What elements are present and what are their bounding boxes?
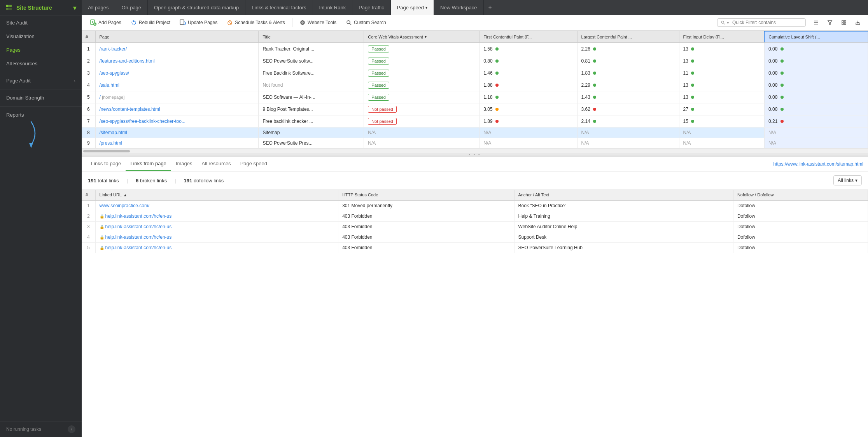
update-pages-button[interactable]: Update Pages <box>176 17 221 28</box>
sidebar-item-visualization[interactable]: Visualization <box>0 30 82 43</box>
link-row-url[interactable]: 🔒help.link-assistant.com/hc/en-us <box>95 243 338 253</box>
links-col-status[interactable]: HTTP Status Code <box>338 190 514 200</box>
row-page[interactable]: /sitemap.html <box>95 128 259 138</box>
link-row-follow: Dofollow <box>733 200 868 211</box>
row-page[interactable]: /seo-spyglass/free-backlink-checker-too.… <box>95 115 259 128</box>
page-link[interactable]: /features-and-editions.html <box>100 58 155 64</box>
link-row-url[interactable]: 🔒help.link-assistant.com/hc/en-us <box>95 222 338 232</box>
link-row-url[interactable]: www.seoinpractice.com/ <box>95 200 338 211</box>
tab-add-button[interactable]: + <box>484 0 497 15</box>
link-row-follow: Dofollow <box>733 211 868 222</box>
add-pages-button[interactable]: Add Pages <box>86 17 125 28</box>
link-row-status: 301 Moved permanently <box>338 200 514 211</box>
tab-page-speed[interactable]: Page speed ▾ <box>391 0 434 15</box>
panel-url-link[interactable]: https://www.link-assistant.com/sitemap.h… <box>774 161 863 167</box>
link-row-url[interactable]: 🔒help.link-assistant.com/hc/en-us <box>95 232 338 243</box>
col-header-lcp[interactable]: Largest Contentful Paint ... <box>577 31 679 43</box>
page-link[interactable]: /news/content-templates.html <box>100 107 160 112</box>
page-link[interactable]: /rank-tracker/ <box>100 46 127 52</box>
grid-view-button[interactable] <box>838 17 849 28</box>
svg-rect-30 <box>842 21 844 22</box>
col-header-title[interactable]: Title <box>259 31 364 43</box>
page-link[interactable]: /sitemap.html <box>100 130 127 135</box>
sidebar-logo: Site Structure ▾ <box>0 0 82 16</box>
filter-icon <box>827 20 833 25</box>
svg-rect-31 <box>844 21 846 22</box>
rebuild-project-button[interactable]: Rebuild Project <box>127 17 174 28</box>
sidebar-dropdown-icon[interactable]: ▾ <box>73 4 76 12</box>
row-num: 5 <box>82 91 95 103</box>
tab-all-pages[interactable]: All pages <box>82 0 115 15</box>
row-cls: 0.00 <box>764 43 868 55</box>
tab-links-technical[interactable]: Links & technical factors <box>245 0 313 15</box>
all-links-dropdown[interactable]: All links ▾ <box>833 175 862 185</box>
tab-open-graph[interactable]: Open graph & structured data markup <box>148 0 245 15</box>
sidebar-item-all-resources[interactable]: All Resources <box>0 57 82 70</box>
website-tools-button[interactable]: Website Tools <box>296 17 340 28</box>
panel-tab-images[interactable]: Images <box>171 157 197 171</box>
tab-on-page[interactable]: On-page <box>115 0 148 15</box>
links-col-url[interactable]: Linked URL ▲ <box>95 190 338 200</box>
sidebar-item-site-audit[interactable]: Site Audit <box>0 16 82 30</box>
svg-marker-4 <box>29 143 33 148</box>
sidebar-item-domain-strength[interactable]: Domain Strength <box>0 91 82 105</box>
row-page[interactable]: / [homepage] <box>95 91 259 103</box>
col-header-fcp[interactable]: First Contentful Paint (F... <box>480 31 577 43</box>
row-page[interactable]: /press.html <box>95 138 259 149</box>
sidebar-item-pages[interactable]: Pages <box>0 43 82 57</box>
dofollow-links-stat: 191 dofollow links <box>184 178 224 184</box>
dropdown-arrow-icon: ▾ <box>855 178 858 183</box>
panel-tab-links-from-page[interactable]: Links from page <box>126 157 171 171</box>
row-page[interactable]: /news/content-templates.html <box>95 103 259 115</box>
filter-button[interactable] <box>824 17 835 28</box>
row-page[interactable]: /features-and-editions.html <box>95 55 259 67</box>
panel-tab-page-speed[interactable]: Page speed <box>236 157 272 171</box>
tab-page-traffic[interactable]: Page traffic <box>352 0 391 15</box>
export-button[interactable] <box>852 17 863 28</box>
row-page[interactable]: /sale.html <box>95 79 259 91</box>
row-fid: 27 <box>679 103 764 115</box>
website-tools-icon <box>299 19 306 26</box>
col-header-page[interactable]: Page <box>95 31 259 43</box>
links-col-follow[interactable]: Nofollow / Dofollow <box>733 190 868 200</box>
pages-table: # Page Title Core Web Vitals Assessment … <box>82 31 868 149</box>
tab-inlink-rank[interactable]: InLink Rank <box>313 0 353 15</box>
panel-tab-links-to-page[interactable]: Links to page <box>86 157 126 171</box>
row-lcp: 2.26 <box>577 43 679 55</box>
panel-tab-all-resources[interactable]: All resources <box>197 157 235 171</box>
tabs-bar: All pages On-page Open graph & structure… <box>82 0 868 15</box>
search-input[interactable] <box>732 20 802 25</box>
sidebar-collapse-button[interactable]: ‹ <box>68 425 75 433</box>
schedule-tasks-button[interactable]: Schedule Tasks & Alerts <box>223 17 289 28</box>
list-view-button[interactable] <box>810 17 821 28</box>
custom-search-button[interactable]: Custom Search <box>342 17 390 28</box>
svg-rect-3 <box>9 8 12 10</box>
sidebar: Site Structure ▾ Site Audit Visualizatio… <box>0 0 82 437</box>
page-link[interactable]: /sale.html <box>100 82 119 88</box>
scroll-thumb[interactable] <box>83 150 130 152</box>
url-sort-icon: ▲ <box>123 193 127 197</box>
col-header-assessment[interactable]: Core Web Vitals Assessment ▾ <box>364 31 480 43</box>
row-fid: 15 <box>679 115 764 128</box>
row-title: Sitemap <box>259 128 364 138</box>
row-page[interactable]: /rank-tracker/ <box>95 43 259 55</box>
link-row-url[interactable]: 🔒help.link-assistant.com/hc/en-us <box>95 211 338 222</box>
link-row-follow: Dofollow <box>733 243 868 253</box>
col-header-fid[interactable]: First Input Delay (Fi... <box>679 31 764 43</box>
page-link[interactable]: /press.html <box>100 140 122 146</box>
page-link[interactable]: /seo-spyglass/ <box>100 70 130 76</box>
link-row-follow: Dofollow <box>733 232 868 243</box>
row-page[interactable]: /seo-spyglass/ <box>95 67 259 79</box>
page-link[interactable]: /seo-spyglass/free-backlink-checker-too.… <box>100 119 186 124</box>
col-header-cls[interactable]: Cumulative Layout Shift (... <box>764 31 868 43</box>
links-col-anchor[interactable]: Anchor / Alt Text <box>514 190 733 200</box>
row-num: 7 <box>82 115 95 128</box>
tab-new-workspace[interactable]: New Workspace <box>434 0 483 15</box>
page-link[interactable]: / <box>100 94 101 100</box>
link-row-status: 403 Forbidden <box>338 243 514 253</box>
row-cls: 0.00 <box>764 79 868 91</box>
tab-page-speed-dropdown-icon[interactable]: ▾ <box>425 5 427 10</box>
search-dropdown-arrow[interactable]: ▾ <box>727 20 729 25</box>
svg-line-23 <box>350 23 351 25</box>
sidebar-item-page-audit[interactable]: Page Audit › <box>0 74 82 87</box>
